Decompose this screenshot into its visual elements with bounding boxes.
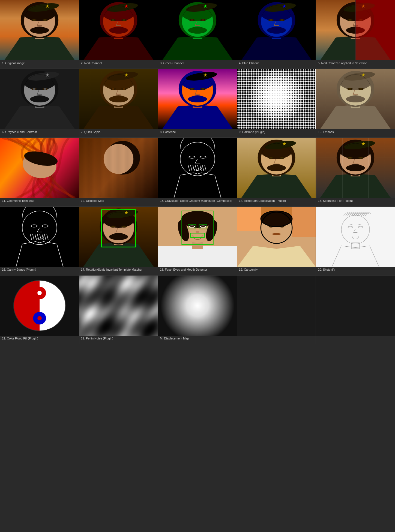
cell-16: 16. Canny Edges (Plugin) [0,206,79,275]
cell-image-1 [0,0,79,60]
cell-10: 10. Emboss [316,69,395,138]
cell-label-18: 18. Face, Eyes and Mouth Detector [158,267,237,275]
cell-1: 1. Original Image [0,0,79,69]
cell-image-7 [79,69,158,129]
cell-image-5 [316,0,395,60]
cell-label-11: 11. Geometric Twirl Map [0,198,79,206]
cell-label-19: 19. Cartoonify [237,267,316,275]
cell-image-12 [79,138,158,198]
cell-label-9: 9. HalfTone (Plugin) [237,129,316,137]
cell-14: 14. Histogram Equalization (Plugin) [237,138,316,206]
cell-image-22 [79,276,158,336]
cell-image-18 [158,207,237,267]
cell-image-21 [0,276,79,336]
cell-8: 8. Posterize [158,69,237,138]
cell-19: 19. Cartoonify [237,206,316,275]
cell-image-15 [316,138,395,198]
cell-23: M. Displacement Map [158,275,237,344]
image-grid: 1. Original Image2. Red Channel3. Green … [0,0,395,344]
cell-image-19 [237,207,316,267]
cell-image-24 [237,276,316,336]
cell-label-6: 6. Grayscale and Contrast [0,129,79,137]
cell-label-23: M. Displacement Map [158,336,237,344]
cell-image-6 [0,69,79,129]
cell-13: 13. Grayscale, Sobel Gradient Magnitude … [158,138,237,206]
cell-11: 11. Geometric Twirl Map [0,138,79,206]
cell-label-14: 14. Histogram Equalization (Plugin) [237,198,316,206]
cell-label-5: 5. Red Colorized applied to Selection [316,60,395,69]
cell-label-8: 8. Posterize [158,129,237,137]
cell-label-10: 10. Emboss [316,129,395,137]
cell-image-11 [0,138,79,198]
cell-image-17 [79,207,158,267]
cell-label-20: 20. Sketchify [316,267,395,275]
cell-image-25 [316,276,395,336]
cell-label-3: 3. Green Channel [158,60,237,69]
cell-label-4: 4. Blue Channel [237,60,316,69]
cell-18: 18. Face, Eyes and Mouth Detector [158,206,237,275]
cell-24 [237,275,316,344]
cell-image-13 [158,138,237,198]
cell-image-4 [237,0,316,60]
cell-label-15: 15. Seamless Tile (Plugin) [316,198,395,206]
cell-label-21: 21. Color Flood Fill (Plugin) [0,336,79,344]
cell-label-25 [316,336,395,344]
cell-3: 3. Green Channel [158,0,237,69]
cell-20: 20. Sketchify [316,206,395,275]
cell-label-16: 16. Canny Edges (Plugin) [0,267,79,275]
cell-6: 6. Grayscale and Contrast [0,69,79,138]
cell-21: 21. Color Flood Fill (Plugin) [0,275,79,344]
cell-12: 12. Displace Map [79,138,158,206]
cell-label-13: 13. Grayscale, Sobel Gradient Magnitude … [158,198,237,206]
cell-image-8 [158,69,237,129]
cell-5: 5. Red Colorized applied to Selection [316,0,395,69]
cell-image-23 [158,276,237,336]
cell-label-22: 22. Perlin Noise (Plugin) [79,336,158,344]
cell-label-2: 2. Red Channel [79,60,158,69]
cell-7: 7. Quick Sepia [79,69,158,138]
cell-image-20 [316,207,395,267]
cell-17: 17. Rotation/Scale Invariant Template Ma… [79,206,158,275]
cell-22: 22. Perlin Noise (Plugin) [79,275,158,344]
cell-15: 15. Seamless Tile (Plugin) [316,138,395,206]
cell-25 [316,275,395,344]
cell-2: 2. Red Channel [79,0,158,69]
cell-label-1: 1. Original Image [0,60,79,69]
cell-label-12: 12. Displace Map [79,198,158,206]
cell-image-9 [237,69,316,129]
cell-image-3 [158,0,237,60]
cell-4: 4. Blue Channel [237,0,316,69]
cell-image-16 [0,207,79,267]
cell-label-24 [237,336,316,344]
cell-label-17: 17. Rotation/Scale Invariant Template Ma… [79,267,158,275]
cell-image-2 [79,0,158,60]
cell-9: 9. HalfTone (Plugin) [237,69,316,138]
cell-image-14 [237,138,316,198]
cell-image-10 [316,69,395,129]
cell-label-7: 7. Quick Sepia [79,129,158,137]
